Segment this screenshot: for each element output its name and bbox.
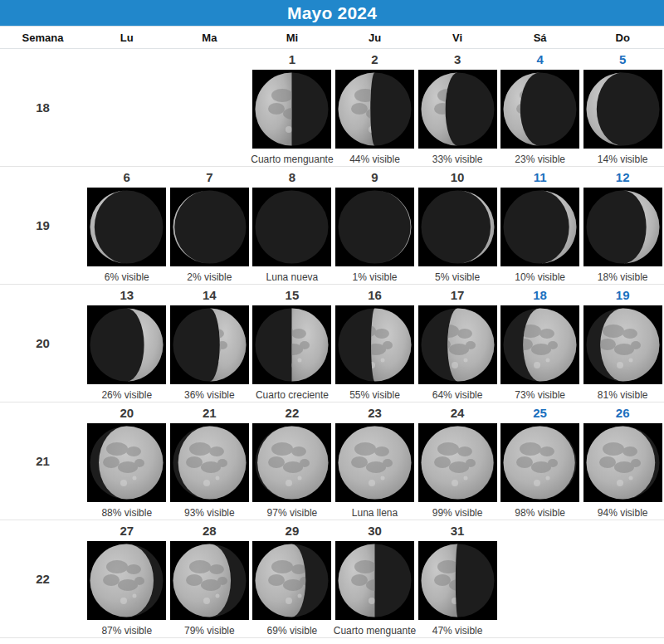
day-cell-6[interactable]: 66% visible	[85, 167, 168, 284]
day-cell-8[interactable]: 8Luna nueva	[251, 167, 334, 284]
day-cell-27[interactable]: 2787% visible	[85, 520, 168, 637]
day-cell-5[interactable]: 514% visible	[581, 49, 664, 166]
moon-phase-image[interactable]	[583, 70, 662, 149]
moon-phase-image[interactable]	[87, 541, 166, 620]
moon-phase-image[interactable]	[252, 305, 331, 384]
week-number: 19	[0, 167, 85, 284]
moon-phase-image[interactable]	[87, 188, 166, 266]
page-title: Mayo 2024	[287, 3, 377, 23]
moon-visibility-caption: 2% visible	[187, 271, 232, 283]
day-number: 26	[616, 406, 630, 421]
moon-visibility-caption: 47% visible	[432, 625, 483, 637]
day-number: 18	[533, 288, 547, 303]
moon-phase-image[interactable]	[418, 70, 497, 149]
moon-phase-image[interactable]	[170, 423, 249, 502]
moon-phase-image[interactable]	[418, 188, 497, 266]
day-number: 28	[203, 524, 217, 539]
moon-phase-image[interactable]	[418, 423, 497, 502]
moon-phase-image[interactable]	[335, 541, 414, 620]
moon-phase-image[interactable]	[335, 70, 414, 149]
day-number: 13	[120, 288, 134, 303]
day-cell-29[interactable]: 2969% visible	[251, 520, 334, 637]
week-row: 212088% visible2193% visible2297% visibl…	[0, 402, 664, 520]
moon-phase-image[interactable]	[500, 423, 579, 502]
moon-phase-image[interactable]	[252, 70, 331, 149]
moon-phase-image[interactable]	[500, 70, 579, 149]
moon-phase-image[interactable]	[583, 305, 662, 384]
day-number: 14	[203, 288, 217, 303]
moon-calendar-page: Mayo 2024 Semana Lu Ma Mi Ju Vi Sá Do 18…	[0, 0, 664, 644]
moon-phase-image[interactable]	[170, 541, 249, 620]
day-cell-1[interactable]: 1Cuarto menguante	[251, 49, 334, 166]
moon-phase-image[interactable]	[418, 541, 497, 620]
moon-phase-image[interactable]	[335, 188, 414, 266]
day-cell-21[interactable]: 2193% visible	[168, 402, 251, 520]
day-cell-17[interactable]: 1764% visible	[416, 285, 499, 402]
day-number: 8	[289, 170, 295, 185]
day-number: 29	[286, 524, 300, 539]
moon-visibility-caption: Cuarto menguante	[334, 625, 416, 637]
moon-phase-image[interactable]	[583, 423, 662, 502]
weekday-header-do: Do	[581, 27, 664, 48]
day-cell-14[interactable]: 1436% visible	[168, 285, 251, 402]
day-number: 5	[619, 52, 626, 67]
day-cell-20[interactable]: 2088% visible	[85, 402, 168, 520]
day-cell-26[interactable]: 2694% visible	[581, 402, 664, 520]
day-cell-2[interactable]: 244% visible	[334, 49, 417, 166]
moon-visibility-caption: Cuarto menguante	[251, 154, 333, 165]
moon-phase-image[interactable]	[335, 305, 414, 384]
day-cell-31[interactable]: 3147% visible	[416, 520, 499, 637]
day-number: 31	[451, 524, 465, 539]
day-cell-25[interactable]: 2598% visible	[499, 402, 582, 520]
moon-phase-image[interactable]	[500, 305, 579, 384]
day-cell-10[interactable]: 105% visible	[416, 167, 499, 284]
moon-phase-image[interactable]	[170, 188, 249, 266]
moon-visibility-caption: 97% visible	[267, 507, 318, 519]
day-cell-15[interactable]: 15Cuarto creciente	[251, 285, 334, 402]
day-cell-7[interactable]: 72% visible	[168, 167, 251, 284]
weekday-header-mi: Mi	[251, 27, 334, 48]
day-cell-16[interactable]: 1655% visible	[334, 285, 417, 402]
moon-phase-image[interactable]	[335, 423, 414, 502]
day-cell-23[interactable]: 23Luna llena	[334, 402, 417, 520]
moon-phase-image[interactable]	[252, 423, 331, 502]
day-cell-22[interactable]: 2297% visible	[251, 402, 334, 520]
moon-phase-image[interactable]	[418, 305, 497, 384]
day-cell-18[interactable]: 1873% visible	[499, 285, 582, 402]
day-cell-24[interactable]: 2499% visible	[416, 402, 499, 520]
day-cell-28[interactable]: 2879% visible	[168, 520, 251, 637]
day-cell-30[interactable]: 30Cuarto menguante	[334, 520, 417, 637]
day-cell-4[interactable]: 423% visible	[499, 49, 582, 166]
day-number: 23	[368, 406, 382, 421]
moon-phase-image[interactable]	[170, 305, 249, 384]
moon-phase-image[interactable]	[87, 305, 166, 384]
day-cell-11[interactable]: 1110% visible	[499, 167, 582, 284]
weekday-header-sa: Sá	[499, 27, 582, 48]
day-number: 27	[120, 524, 134, 539]
day-cell-12[interactable]: 1218% visible	[581, 167, 664, 284]
moon-phase-image[interactable]	[500, 188, 579, 266]
day-number: 7	[206, 170, 212, 185]
moon-phase-image[interactable]	[87, 423, 166, 502]
moon-visibility-caption: 64% visible	[432, 389, 483, 401]
day-cell-9[interactable]: 91% visible	[334, 167, 417, 284]
empty-cell	[168, 49, 251, 166]
week-row: 201326% visible1436% visible15Cuarto cre…	[0, 285, 664, 402]
day-number: 15	[286, 288, 300, 303]
title-bar: Mayo 2024	[0, 0, 664, 27]
empty-cell	[581, 520, 664, 637]
moon-visibility-caption: 93% visible	[184, 507, 235, 519]
moon-phase-image[interactable]	[252, 541, 331, 620]
moon-visibility-caption: 6% visible	[105, 271, 149, 283]
moon-visibility-caption: 87% visible	[101, 625, 152, 637]
moon-phase-image[interactable]	[583, 188, 662, 266]
moon-phase-image[interactable]	[252, 188, 331, 266]
day-cell-19[interactable]: 1981% visible	[581, 285, 664, 402]
moon-visibility-caption: Luna llena	[352, 507, 398, 519]
moon-visibility-caption: 33% visible	[432, 154, 483, 165]
empty-cell	[85, 49, 168, 166]
moon-visibility-caption: 26% visible	[101, 389, 152, 401]
day-number: 19	[616, 288, 630, 303]
day-cell-3[interactable]: 333% visible	[416, 49, 499, 166]
day-cell-13[interactable]: 1326% visible	[85, 285, 168, 402]
